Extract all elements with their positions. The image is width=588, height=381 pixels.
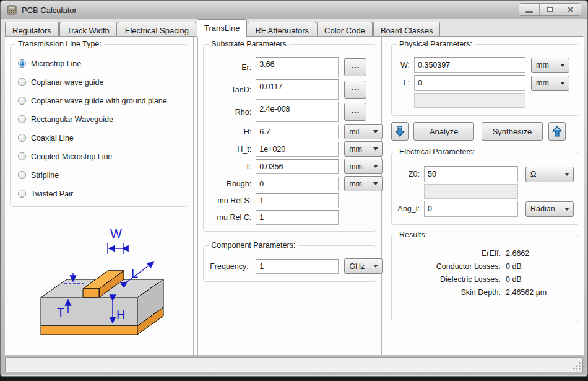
ht-input[interactable] bbox=[256, 142, 339, 157]
rho-label: Rho: bbox=[209, 108, 256, 116]
chevron-down-icon bbox=[373, 182, 378, 185]
desktop: PCB Calculator ✕ Regulators Track Width … bbox=[0, 0, 588, 381]
component-parameters-group: Component Parameters: Frequency: GHz bbox=[203, 245, 376, 282]
rough-unit-select[interactable]: mm bbox=[344, 176, 383, 191]
close-icon: ✕ bbox=[567, 6, 574, 14]
radio-rectangular-waveguide[interactable]: Rectangular Waveguide bbox=[18, 114, 183, 125]
radio-coplanar-wave-guide[interactable]: Coplanar wave guide bbox=[18, 77, 183, 87]
tand-input[interactable] bbox=[256, 79, 339, 100]
electrical-extra-field bbox=[424, 184, 518, 199]
radio-icon bbox=[18, 97, 26, 105]
radio-icon bbox=[18, 115, 26, 123]
group-title: Results: bbox=[397, 230, 430, 239]
tab-bar: Regulators Track Width Electrical Spacin… bbox=[1, 19, 587, 37]
chevron-down-icon bbox=[373, 147, 378, 151]
line-type-panel: Transmission Line Type: Microstrip Line … bbox=[5, 37, 193, 355]
notebook-border bbox=[5, 36, 583, 37]
chevron-down-icon bbox=[564, 173, 569, 176]
copy-up-button[interactable] bbox=[548, 122, 566, 141]
mu-rel-c-input[interactable] bbox=[256, 210, 339, 225]
frequency-unit-select[interactable]: GHz bbox=[344, 258, 383, 274]
h-input[interactable] bbox=[256, 125, 339, 139]
er-label: Er: bbox=[209, 63, 256, 72]
synthesize-button[interactable]: Synthesize bbox=[482, 122, 543, 141]
close-button[interactable]: ✕ bbox=[560, 4, 581, 15]
copy-down-button[interactable] bbox=[391, 122, 409, 141]
ang-l-input[interactable] bbox=[424, 201, 518, 217]
radio-icon bbox=[18, 78, 26, 86]
substrate-parameters-group: Substrate Parameters Er: ... TanD: ... R… bbox=[203, 44, 376, 232]
z0-label: Z0: bbox=[397, 170, 424, 178]
t-unit-select[interactable]: mm bbox=[344, 159, 383, 174]
chevron-down-icon bbox=[564, 208, 569, 211]
tand-label: TanD: bbox=[209, 85, 256, 94]
rough-input[interactable] bbox=[256, 177, 339, 191]
diagram-label-t: T bbox=[57, 305, 64, 319]
physical-extra-field bbox=[414, 93, 525, 108]
result-conductor-losses: Conductor Losses: 0 dB bbox=[397, 262, 574, 271]
maximize-icon bbox=[547, 7, 553, 12]
radio-icon bbox=[18, 171, 26, 179]
app-window: PCB Calculator ✕ Regulators Track Width … bbox=[0, 0, 588, 377]
rho-browse-button[interactable]: ... bbox=[344, 103, 366, 121]
diagram-label-l: L bbox=[131, 266, 138, 280]
t-input[interactable] bbox=[256, 159, 339, 174]
tab-electrical-spacing[interactable]: Electrical Spacing bbox=[118, 22, 196, 37]
title-bar[interactable]: PCB Calculator ✕ bbox=[1, 1, 587, 19]
l-input[interactable] bbox=[414, 75, 525, 91]
er-input[interactable] bbox=[256, 57, 339, 77]
tab-track-width[interactable]: Track Width bbox=[59, 22, 117, 37]
trace-front-face bbox=[83, 289, 99, 297]
radio-microstrip-line[interactable]: Microstrip Line bbox=[18, 58, 183, 69]
l-label: L: bbox=[397, 79, 414, 87]
ht-unit-select[interactable]: mm bbox=[344, 141, 383, 157]
radio-coplanar-ground-plane[interactable]: Coplanar wave guide with ground plane bbox=[18, 95, 183, 106]
maximize-button[interactable] bbox=[540, 4, 560, 15]
result-skin-depth: Skin Depth: 2.46562 µm bbox=[397, 288, 574, 297]
physical-parameters-group: Physical Parameters: W: mm L: mm bbox=[391, 44, 579, 116]
z0-input[interactable] bbox=[424, 166, 518, 182]
minimize-icon bbox=[525, 11, 533, 13]
transline-page: Transmission Line Type: Microstrip Line … bbox=[5, 37, 584, 355]
tab-transline[interactable]: TransLine bbox=[197, 19, 247, 37]
mu-rel-s-input[interactable] bbox=[256, 193, 339, 208]
tab-regulators[interactable]: Regulators bbox=[5, 22, 59, 37]
ang-l-unit-select[interactable]: Radian bbox=[525, 201, 574, 217]
z0-unit-select[interactable]: Ω bbox=[525, 167, 574, 182]
microstrip-diagram: W L T H bbox=[33, 216, 193, 345]
radio-twisted-pair[interactable]: Twisted Pair bbox=[18, 188, 183, 199]
radio-coaxial-line[interactable]: Coaxial Line bbox=[18, 133, 183, 143]
h-unit-select[interactable]: mil bbox=[344, 124, 383, 139]
er-browse-button[interactable]: ... bbox=[344, 58, 366, 76]
tab-rf-attenuators[interactable]: RF Attenuators bbox=[248, 22, 316, 37]
window-title: PCB Calculator bbox=[22, 6, 77, 15]
w-input[interactable] bbox=[414, 57, 525, 73]
group-title: Component Parameters: bbox=[209, 241, 298, 250]
frequency-input[interactable] bbox=[256, 259, 339, 274]
minimize-button[interactable] bbox=[519, 4, 540, 15]
l-unit-select[interactable]: mm bbox=[531, 76, 569, 91]
radio-coupled-microstrip-line[interactable]: Coupled Microstrip Line bbox=[18, 151, 183, 162]
radio-stripline[interactable]: Stripline bbox=[18, 170, 183, 180]
chevron-down-icon bbox=[560, 82, 565, 85]
w-label: W: bbox=[397, 61, 414, 69]
group-title: Transmission Line Type: bbox=[15, 40, 104, 48]
ang-l-label: Ang_l: bbox=[397, 204, 424, 213]
tab-board-classes[interactable]: Board Classes bbox=[373, 22, 441, 37]
chevron-down-icon bbox=[373, 130, 378, 133]
tand-browse-button[interactable]: ... bbox=[344, 81, 366, 99]
action-buttons-row: Analyze Synthesize bbox=[391, 122, 579, 141]
rough-label: Rough: bbox=[209, 180, 256, 188]
w-unit-select[interactable]: mm bbox=[531, 58, 569, 73]
resize-grip[interactable] bbox=[573, 362, 581, 370]
splitter-left bbox=[193, 37, 198, 355]
window-controls: ✕ bbox=[519, 3, 581, 16]
analyze-button[interactable]: Analyze bbox=[413, 122, 474, 141]
group-title: Physical Parameters: bbox=[397, 40, 475, 48]
frequency-label: Frequency: bbox=[209, 262, 256, 271]
group-title: Substrate Parameters bbox=[209, 40, 289, 48]
diagram-label-h: H bbox=[116, 308, 125, 322]
tab-color-code[interactable]: Color Code bbox=[317, 22, 373, 37]
rho-input[interactable] bbox=[256, 102, 339, 122]
result-ereff: ErEff: 2.6662 bbox=[397, 249, 574, 258]
